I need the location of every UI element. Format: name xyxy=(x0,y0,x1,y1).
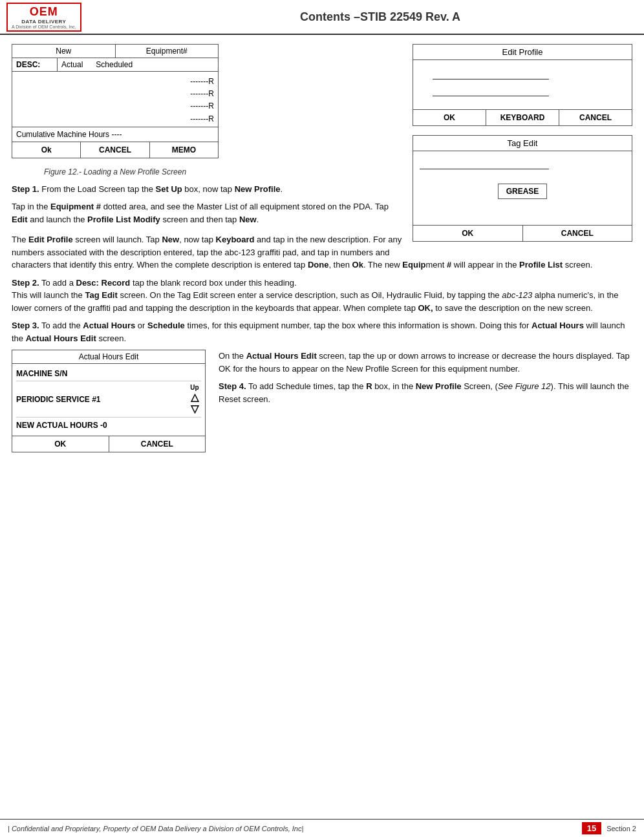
abc-italic: abc-123 xyxy=(502,290,532,300)
tag-edit-body: GREASE xyxy=(413,151,632,225)
page-header: OEM DATA DELIVERY A Division of OEM Cont… xyxy=(0,0,644,35)
step3-bold: Step 3. xyxy=(12,321,39,330)
edit-bold: Edit xyxy=(12,215,28,224)
actual-hours-description: On the Actual Hours Edit screen, tap the… xyxy=(219,350,632,375)
section-label: Section 2 xyxy=(606,825,636,832)
step2-paragraph: Step 2. To add a Desc: Record tap the bl… xyxy=(12,277,632,315)
done-bold: Done xyxy=(308,260,329,270)
tag-edit-title: Tag Edit xyxy=(413,136,632,151)
page-footer: | Confidential and Proprietary, Property… xyxy=(0,819,644,837)
up-arrow-button[interactable]: △ xyxy=(188,391,201,403)
actual-hours-title: Actual Hours Edit xyxy=(12,350,205,364)
periodic-label: PERIODIC SERVICE #1 xyxy=(16,395,101,404)
equipment-bold: Equip xyxy=(402,260,425,270)
edit-profile-box: Edit Profile OK KEYBOARD CANCEL xyxy=(413,44,632,126)
arrow-column: Up △ ▽ xyxy=(188,384,201,414)
actual-hours-edit-bold: Actual Hours Edit xyxy=(26,334,96,343)
tag-edit-ok-button[interactable]: OK xyxy=(413,226,523,241)
edit-profile-keyboard-button[interactable]: KEYBOARD xyxy=(486,110,559,125)
new-bold2: New xyxy=(162,235,179,244)
logo-oem-text: OEM xyxy=(12,5,76,19)
step4-bold: Step 4. xyxy=(219,381,246,391)
step4-paragraph: Step 4. To add Schedule times, tap the R… xyxy=(219,380,632,405)
edit-profile-ok-button[interactable]: OK xyxy=(413,110,486,125)
machine-sn-label: MACHINE S/N xyxy=(16,366,201,381)
up-label: Up xyxy=(190,384,199,391)
profile-desc-scheduled: Scheduled xyxy=(96,60,133,69)
footer-text: | Confidential and Proprietary, Property… xyxy=(8,825,303,832)
r-bold: R xyxy=(366,381,372,391)
new-actual-hours-row: NEW ACTUAL HOURS -0 xyxy=(16,418,201,433)
profile-desc-row: DESC: Actual Scheduled xyxy=(12,58,218,72)
schedule-bold: Schedule xyxy=(147,321,185,330)
profile-memo-button[interactable]: MEMO xyxy=(150,142,218,158)
profile-cancel-button[interactable]: CANCEL xyxy=(81,142,149,158)
profile-ok-button[interactable]: Ok xyxy=(12,142,81,158)
profile-list-bold: Profile List xyxy=(519,260,563,270)
desc-record-bold: Desc: Record xyxy=(76,278,131,288)
actual-hours-ok-button[interactable]: OK xyxy=(12,436,109,452)
r-item-1[interactable]: -------R xyxy=(16,76,214,88)
new-profile-bold: New Profile xyxy=(235,184,281,194)
step3-paragraph: Step 3. To add the Actual Hours or Sched… xyxy=(12,319,632,344)
tag-edit-cancel-button[interactable]: CANCEL xyxy=(523,226,632,241)
profile-desc-actual: Actual xyxy=(61,60,83,69)
right-panels: Edit Profile OK KEYBOARD CANCEL Tag Edit… xyxy=(413,44,632,251)
r-item-4[interactable]: -------R xyxy=(16,113,214,125)
new-profile-bold2: New Profile xyxy=(416,381,462,391)
periodic-row: PERIODIC SERVICE #1 Up △ ▽ xyxy=(16,381,201,418)
profile-button-row: Ok CANCEL MEMO xyxy=(12,142,218,158)
r-item-3[interactable]: -------R xyxy=(16,100,214,112)
profile-screen-header: New Equipment# xyxy=(12,45,218,58)
new-profile-screen-box: New Equipment# DESC: Actual Scheduled --… xyxy=(12,44,219,158)
edit-profile-input-line-2[interactable] xyxy=(433,85,549,96)
see-figure-italic: See Figure 12 xyxy=(498,381,551,391)
r-item-2[interactable]: -------R xyxy=(16,88,214,100)
ok-bold: Ok xyxy=(352,260,363,270)
edit-profile-buttons: OK KEYBOARD CANCEL xyxy=(413,109,632,125)
bottom-right-text: On the Actual Hours Edit screen, tap the… xyxy=(219,350,632,459)
grease-label: GREASE xyxy=(498,184,548,199)
ok-bold2: OK, xyxy=(418,303,433,313)
footer-right: 15 Section 2 xyxy=(582,822,636,834)
figure-caption: Figure 12.- Loading a New Profile Screen xyxy=(12,167,219,176)
profile-desc-vals: Actual Scheduled xyxy=(58,58,136,71)
actual-hours-bold2: Actual Hours xyxy=(531,321,584,330)
actual-hours-body: MACHINE S/N PERIODIC SERVICE #1 Up △ ▽ N… xyxy=(12,364,205,436)
actual-hours-edit-bold3: Actual Hours Edit xyxy=(246,351,317,361)
logo-division-text: A Division of OEM Controls, Inc. xyxy=(12,25,76,29)
tag-edit-input-line[interactable] xyxy=(420,158,549,169)
edit-profile-input-line-1[interactable] xyxy=(433,68,549,79)
actual-hours-cancel-button[interactable]: CANCEL xyxy=(109,436,206,452)
profile-desc-label: DESC: xyxy=(12,58,58,71)
step2-bold: Step 2. xyxy=(12,278,39,288)
actual-hours-bold: Actual Hours xyxy=(83,321,135,330)
equipment-hash-bold: Equipment # xyxy=(50,202,101,211)
edit-profile-body xyxy=(413,60,632,109)
actual-hours-edit-box: Actual Hours Edit MACHINE S/N PERIODIC S… xyxy=(12,350,206,452)
tag-edit-box: Tag Edit GREASE OK CANCEL xyxy=(413,135,632,242)
setup-bold: Set Up xyxy=(156,184,182,194)
keyboard-bold: Keyboard xyxy=(216,235,255,244)
hash-bold: # xyxy=(447,260,451,270)
grease-center: GREASE xyxy=(420,180,625,203)
edit-profile-cancel-button[interactable]: CANCEL xyxy=(559,110,632,125)
tag-edit-bold: Tag Edit xyxy=(85,290,117,300)
profile-col-equipment: Equipment# xyxy=(116,45,219,58)
r-list: -------R -------R -------R -------R xyxy=(12,72,218,127)
logo-area: OEM DATA DELIVERY A Division of OEM Cont… xyxy=(6,3,123,32)
down-arrow-button[interactable]: ▽ xyxy=(188,403,201,414)
page-number: 15 xyxy=(582,822,601,834)
edit-profile-title: Edit Profile xyxy=(413,45,632,60)
actual-hours-buttons: OK CANCEL xyxy=(12,436,205,452)
profile-col-new: New xyxy=(12,45,116,58)
new-bold: New xyxy=(239,215,257,224)
header-title: Contents –STIB 22549 Rev. A xyxy=(123,10,638,24)
edit-profile-bold: Edit Profile xyxy=(28,235,73,244)
bottom-section: Actual Hours Edit MACHINE S/N PERIODIC S… xyxy=(12,350,632,459)
tag-edit-buttons: OK CANCEL xyxy=(413,225,632,241)
cumulative-row[interactable]: Cumulative Machine Hours ---- xyxy=(12,127,218,142)
logo-sub-text: DATA DELIVERY xyxy=(12,19,76,25)
profile-list-modify-bold: Profile List Modify xyxy=(87,215,160,224)
logo-box: OEM DATA DELIVERY A Division of OEM Cont… xyxy=(6,3,81,32)
